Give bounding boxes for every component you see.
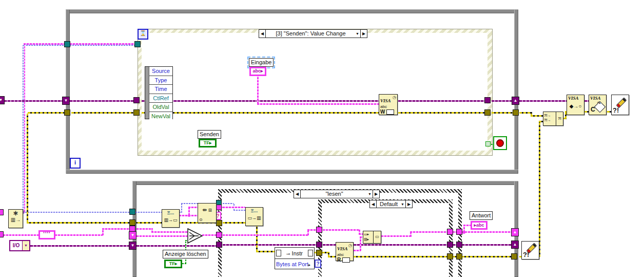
error-wire[interactable] (539, 121, 543, 122)
queue-wire[interactable] (233, 210, 245, 211)
string-wire[interactable] (55, 234, 103, 236)
chevron-down-icon[interactable]: ▼ (22, 241, 29, 250)
tunnel-visa[interactable] (456, 242, 462, 248)
anzeige-loeschen-boolean-terminal[interactable]: TF▸ (164, 260, 182, 268)
error-wire[interactable] (27, 222, 162, 224)
shift-register-left[interactable]: ▼ (129, 242, 136, 250)
tunnel-error[interactable] (64, 109, 70, 116)
obtain-queue-node[interactable]: ∗ ▥→ (8, 209, 23, 228)
while-loop-left-border[interactable] (66, 9, 70, 174)
tunnel-error[interactable] (513, 109, 519, 116)
shift-register-right[interactable]: ▲ (512, 97, 519, 105)
tunnel-visa[interactable] (216, 242, 222, 248)
tunnel-queue[interactable] (64, 41, 70, 47)
event-data-item[interactable]: Type (149, 76, 172, 85)
string-wire[interactable] (223, 234, 308, 236)
event-structure-header[interactable]: ◀ [3] "Senden": Value Change ▼ ▶ (259, 29, 367, 38)
queue-wire[interactable] (24, 45, 25, 212)
case-lesen-label[interactable]: "lesen" (301, 190, 368, 198)
visa-wire[interactable] (354, 244, 447, 246)
string-wire[interactable] (307, 229, 317, 231)
tunnel-error[interactable] (456, 253, 462, 260)
eingabe-string-terminal[interactable]: abc▸ (249, 67, 266, 76)
visa-wire[interactable] (462, 244, 511, 246)
error-wire[interactable] (142, 112, 379, 114)
queue-wire[interactable] (24, 45, 138, 46)
tunnel-string[interactable] (456, 229, 462, 235)
error-wire[interactable] (328, 256, 336, 257)
case-structure-default-header[interactable]: ◀ Default ▼ ▶ (369, 200, 413, 208)
chevron-down-icon[interactable]: ▼ (401, 200, 405, 208)
visa-wire[interactable] (136, 245, 218, 247)
next-case-arrow-icon[interactable]: ▶ (373, 190, 379, 198)
visa-close-node[interactable]: VISA C ↷ (589, 95, 607, 115)
error-wire[interactable] (256, 226, 258, 252)
visa-wire[interactable] (142, 100, 379, 102)
wire-junction[interactable] (188, 214, 190, 217)
error-wire[interactable] (531, 115, 543, 117)
while-loop-top-border[interactable] (66, 9, 518, 13)
queue-wire[interactable] (181, 204, 182, 213)
shift-register-left[interactable]: ▼ (129, 231, 136, 239)
string-wire[interactable] (381, 235, 411, 237)
error-wire[interactable] (519, 112, 531, 114)
while-loop-right-border[interactable] (514, 9, 518, 174)
tunnel-error[interactable] (316, 250, 322, 256)
queue-wire[interactable] (223, 203, 233, 204)
merge-errors-node[interactable]: ?!→ ?!→ ?! (543, 112, 563, 126)
chevron-down-icon[interactable]: ▼ (368, 190, 373, 198)
tunnel-visa[interactable] (484, 97, 491, 103)
prev-case-arrow-icon[interactable]: ◀ (294, 190, 301, 198)
tunnel-stop[interactable] (485, 141, 491, 146)
shift-register-right[interactable]: ▲ (511, 228, 519, 236)
visa-wire[interactable] (519, 100, 567, 102)
string-wire[interactable] (257, 76, 259, 104)
string-wire[interactable] (323, 229, 360, 231)
prev-case-arrow-icon[interactable]: ◀ (259, 30, 266, 38)
shift-register-left[interactable]: ▼ (62, 97, 70, 105)
string-wire[interactable] (463, 225, 471, 226)
string-wire[interactable] (360, 237, 361, 251)
tunnel-string[interactable] (216, 205, 222, 210)
string-wire[interactable] (188, 207, 198, 208)
event-data-item[interactable]: Source (149, 67, 172, 76)
queue-wire[interactable] (23, 45, 24, 211)
select-function-node[interactable] (187, 228, 203, 244)
error-wire[interactable] (223, 222, 246, 224)
string-wire[interactable] (136, 235, 187, 237)
event-data-node[interactable]: Source Type Time CtlRef OldVal NewVal (145, 66, 173, 119)
property-bytes-at-port[interactable]: Bytes at Port (276, 261, 308, 267)
tunnel-error[interactable] (216, 220, 222, 226)
stop-button-terminal[interactable] (493, 136, 507, 150)
event-data-item[interactable]: Time (149, 84, 172, 94)
chevron-down-icon[interactable]: ▼ (356, 30, 360, 38)
error-wire[interactable] (71, 112, 135, 114)
visa-wire[interactable] (398, 100, 487, 102)
event-data-item[interactable]: CtlRef (149, 94, 172, 103)
visa-wire[interactable] (4, 100, 63, 102)
tunnel-cut[interactable] (0, 209, 4, 215)
tunnel-error[interactable] (484, 109, 491, 116)
dequeue-element-node[interactable]: Ξ... ▥→▭ (162, 209, 180, 228)
event-case-label[interactable]: [3] "Senden": Value Change (266, 30, 356, 38)
error-wire[interactable] (27, 114, 28, 223)
tunnel-visa[interactable] (133, 97, 140, 103)
loop-iteration-terminal[interactable]: i (70, 158, 81, 169)
tunnel-string[interactable] (216, 232, 222, 238)
tunnel-error[interactable] (133, 109, 140, 116)
tunnel-visa[interactable] (316, 242, 322, 248)
error-wire[interactable] (28, 112, 65, 114)
tunnel-visa[interactable] (447, 242, 453, 248)
string-wire[interactable] (223, 207, 245, 208)
visa-write-node[interactable]: VISA◷ abc W (379, 94, 398, 115)
case-selector-default[interactable]: ? (315, 260, 321, 268)
tunnel-string[interactable] (316, 227, 322, 233)
clear-errors-node[interactable]: ?! (521, 241, 539, 260)
error-wire[interactable] (492, 112, 513, 114)
event-data-item[interactable]: OldVal (149, 102, 172, 112)
error-wire[interactable] (462, 256, 511, 257)
empty-string-constant[interactable]: '''' (38, 230, 55, 239)
string-wire[interactable] (202, 234, 218, 236)
event-timeout-terminal[interactable]: ⌛ (138, 29, 148, 40)
string-wire[interactable] (0, 234, 39, 236)
